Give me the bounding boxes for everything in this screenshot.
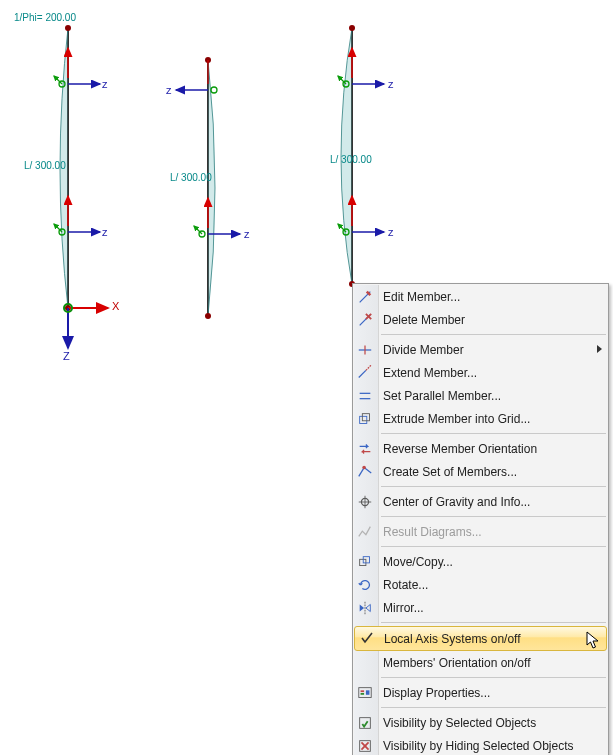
axis-z2: z [102,226,108,238]
delete-member-icon [356,311,374,329]
visbysel-icon [356,714,374,732]
dim-label-phi: 1/Phi= 200.00 [14,12,76,23]
menu-separator [381,486,606,487]
menu-item-label: Set Parallel Member... [383,389,501,403]
menu-item-label: Create Set of Members... [383,465,517,479]
menu-item-divide-member[interactable]: Divide Member [353,338,608,361]
svg-point-49 [362,466,366,470]
global-axis-icon [64,304,108,348]
check-icon [361,632,373,644]
menu-item-result: Result Diagrams... [353,520,608,543]
dim-label-l3: L/ 300.00 [330,154,372,165]
axis-z1: z [102,78,108,90]
menu-item-rotate[interactable]: Rotate... [353,573,608,596]
menu-item-createset[interactable]: Create Set of Members... [353,460,608,483]
menu-separator [381,433,606,434]
dim-label-l2: L/ 300.00 [170,172,212,183]
svg-rect-45 [360,416,367,423]
reverse-icon [356,440,374,458]
menu-item-edit-member[interactable]: Edit Member... [353,285,608,308]
movecopy-icon [356,553,374,571]
menu-separator [381,707,606,708]
axis-z3: z [166,84,172,96]
cog-icon [356,493,374,511]
svg-line-42 [366,365,371,370]
svg-rect-54 [363,557,369,563]
chevron-right-icon [597,345,602,353]
member-context-menu[interactable]: Edit Member...Delete MemberDivide Member… [352,283,609,755]
svg-line-23 [194,226,202,234]
svg-point-1 [65,25,71,31]
extrude-icon [356,410,374,428]
menu-separator [381,516,606,517]
menu-item-label: Divide Member [383,343,464,357]
menu-item-membersorient[interactable]: Members' Orientation on/off [353,651,608,674]
svg-point-19 [211,87,217,93]
menu-item-label: Visibility by Hiding Selected Objects [383,739,574,753]
menu-item-cog[interactable]: Center of Gravity and Info... [353,490,608,513]
menu-item-label: Members' Orientation on/off [383,656,530,670]
menu-item-movecopy[interactable]: Move/Copy... [353,550,608,573]
visbyhide-icon [356,737,374,755]
dim-label-l1: L/ 300.00 [24,160,66,171]
svg-line-6 [54,76,62,84]
menu-item-label: Result Diagrams... [383,525,482,539]
svg-rect-59 [366,690,370,694]
divide-icon [356,341,374,359]
svg-rect-58 [361,693,365,695]
menu-item-visbysel[interactable]: Visibility by Selected Objects [353,711,608,734]
result-icon [356,523,374,541]
menu-item-reverse[interactable]: Reverse Member Orientation [353,437,608,460]
member-2[interactable] [176,57,240,319]
cursor-icon [586,631,602,651]
rotate-icon [356,576,374,594]
createset-icon [356,463,374,481]
menu-item-label: Extrude Member into Grid... [383,412,530,426]
menu-separator [381,622,606,623]
menu-item-extrude[interactable]: Extrude Member into Grid... [353,407,608,430]
menu-item-label: Edit Member... [383,290,460,304]
menu-separator [381,546,606,547]
menu-item-localaxis[interactable]: Local Axis Systems on/off [354,626,607,651]
menu-item-set-parallel[interactable]: Set Parallel Member... [353,384,608,407]
svg-line-41 [359,370,366,377]
axis-global-z: Z [63,350,70,362]
extend-icon [356,364,374,382]
menu-item-delete-member[interactable]: Delete Member [353,308,608,331]
menu-item-label: Delete Member [383,313,465,327]
axis-z6: z [388,226,394,238]
menu-item-label: Rotate... [383,578,428,592]
menu-item-mirror[interactable]: Mirror... [353,596,608,619]
axis-z4: z [244,228,250,240]
menu-item-displayprops[interactable]: Display Properties... [353,681,608,704]
menu-item-extend-member[interactable]: Extend Member... [353,361,608,384]
menu-item-label: Center of Gravity and Info... [383,495,530,509]
menu-item-label: Visibility by Selected Objects [383,716,536,730]
mirror-icon [356,599,374,617]
displayprops-icon [356,684,374,702]
svg-rect-57 [361,690,365,692]
menu-item-label: Local Axis Systems on/off [384,632,521,646]
svg-rect-46 [362,414,369,421]
menu-separator [381,334,606,335]
menu-item-label: Extend Member... [383,366,477,380]
edit-member-icon [356,288,374,306]
menu-item-label: Display Properties... [383,686,490,700]
parallel-icon [356,387,374,405]
svg-point-16 [205,313,211,319]
member-1[interactable] [54,25,108,348]
axis-global-x: X [112,300,119,312]
menu-item-visbyhide[interactable]: Visibility by Hiding Selected Objects [353,734,608,755]
svg-line-10 [54,224,62,232]
menu-item-label: Move/Copy... [383,555,453,569]
menu-item-label: Mirror... [383,601,424,615]
menu-separator [381,677,606,678]
menu-item-label: Reverse Member Orientation [383,442,537,456]
axis-z5: z [388,78,394,90]
svg-point-25 [349,25,355,31]
